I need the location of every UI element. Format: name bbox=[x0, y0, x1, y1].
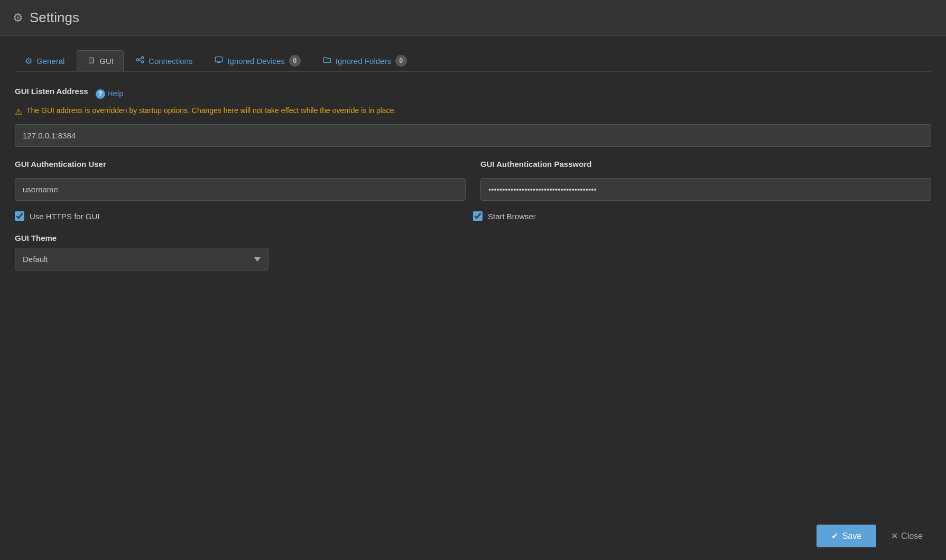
tab-general[interactable]: ⚙ General bbox=[15, 50, 75, 71]
gui-listen-address-row: GUI Listen Address ?Help bbox=[15, 87, 931, 101]
gui-listen-address-label: GUI Listen Address bbox=[15, 87, 88, 96]
settings-gear-icon: ⚙ bbox=[13, 11, 23, 25]
general-tab-icon: ⚙ bbox=[25, 56, 32, 66]
main-content: ⚙ General 🖥 GUI Connections Ignored Devi… bbox=[0, 36, 946, 283]
auth-pass-input[interactable] bbox=[480, 178, 931, 201]
https-checkbox-row: Use HTTPS for GUI bbox=[15, 211, 473, 221]
connections-tab-icon bbox=[136, 55, 144, 66]
tab-ignored-devices[interactable]: Ignored Devices 0 bbox=[205, 49, 310, 72]
svg-rect-5 bbox=[216, 57, 222, 62]
close-label: Close bbox=[901, 531, 923, 541]
tab-ignored-devices-label: Ignored Devices bbox=[227, 57, 284, 66]
gui-tab-icon: 🖥 bbox=[87, 56, 95, 66]
svg-line-3 bbox=[138, 58, 141, 60]
svg-line-4 bbox=[138, 60, 141, 61]
ignored-folders-badge: 0 bbox=[395, 55, 407, 67]
auth-user-group: GUI Authentication User bbox=[15, 160, 466, 201]
save-button[interactable]: ✔ Save bbox=[817, 525, 876, 547]
ignored-devices-tab-icon bbox=[215, 56, 223, 66]
warning-message: ⚠ The GUI address is overridden by start… bbox=[15, 106, 931, 117]
save-label: Save bbox=[842, 531, 861, 541]
theme-label: GUI Theme bbox=[15, 234, 931, 242]
svg-point-1 bbox=[142, 57, 144, 59]
tab-bar: ⚙ General 🖥 GUI Connections Ignored Devi… bbox=[15, 49, 931, 72]
tab-ignored-folders-label: Ignored Folders bbox=[336, 57, 391, 66]
warning-text-content: The GUI address is overridden by startup… bbox=[26, 106, 396, 115]
save-icon: ✔ bbox=[831, 531, 838, 541]
help-link-text: Help bbox=[107, 89, 124, 98]
auth-user-label: GUI Authentication User bbox=[15, 160, 466, 169]
page-title: Settings bbox=[30, 10, 79, 26]
theme-select[interactable]: Default Dark Light bbox=[15, 248, 268, 270]
tab-general-label: General bbox=[36, 57, 64, 66]
https-checkbox[interactable] bbox=[15, 211, 24, 221]
start-browser-checkbox-row: Start Browser bbox=[473, 211, 931, 221]
theme-section: GUI Theme Default Dark Light bbox=[15, 234, 931, 270]
tab-connections-label: Connections bbox=[149, 57, 192, 66]
ignored-devices-badge: 0 bbox=[289, 55, 301, 67]
ignored-folders-tab-icon bbox=[323, 56, 331, 66]
start-browser-checkbox[interactable] bbox=[473, 211, 483, 221]
checkboxes-row: Use HTTPS for GUI Start Browser bbox=[15, 211, 931, 221]
auth-pass-label: GUI Authentication Password bbox=[480, 160, 931, 169]
warning-icon: ⚠ bbox=[15, 107, 22, 117]
auth-user-input[interactable] bbox=[15, 178, 466, 201]
https-label[interactable]: Use HTTPS for GUI bbox=[30, 212, 100, 221]
tab-ignored-folders[interactable]: Ignored Folders 0 bbox=[313, 49, 417, 72]
svg-point-0 bbox=[136, 59, 138, 61]
help-link[interactable]: ?Help bbox=[96, 89, 124, 99]
close-button[interactable]: ✕ Close bbox=[883, 525, 931, 547]
auth-fields-row: GUI Authentication User GUI Authenticati… bbox=[15, 160, 931, 201]
title-bar: ⚙ Settings bbox=[0, 0, 946, 36]
svg-point-2 bbox=[142, 61, 144, 63]
tab-gui-label: GUI bbox=[99, 57, 114, 66]
footer-actions: ✔ Save ✕ Close bbox=[817, 525, 931, 547]
auth-pass-group: GUI Authentication Password bbox=[480, 160, 931, 201]
tab-connections[interactable]: Connections bbox=[126, 50, 202, 71]
tab-gui[interactable]: 🖥 GUI bbox=[77, 50, 124, 71]
gui-address-input[interactable] bbox=[15, 124, 931, 147]
start-browser-label[interactable]: Start Browser bbox=[488, 212, 536, 221]
help-icon: ? bbox=[96, 89, 105, 99]
close-icon: ✕ bbox=[891, 531, 898, 541]
